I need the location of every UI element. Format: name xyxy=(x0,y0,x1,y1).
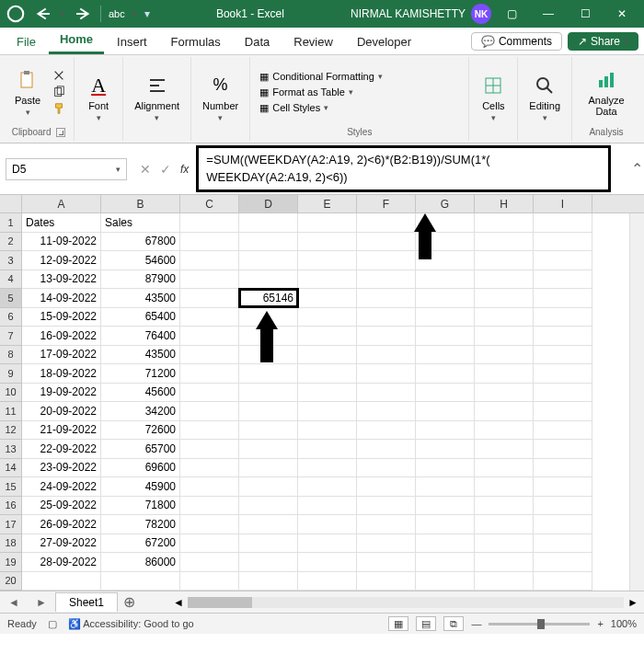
cell-G7[interactable] xyxy=(416,327,475,346)
cell-C3[interactable] xyxy=(180,251,239,270)
cell-G10[interactable] xyxy=(416,384,475,403)
cell-D19[interactable] xyxy=(239,553,298,572)
cell-I11[interactable] xyxy=(534,402,592,421)
cell-F7[interactable] xyxy=(357,327,416,346)
redo-button[interactable] xyxy=(73,4,93,24)
cell-G9[interactable] xyxy=(416,364,475,384)
cell-G18[interactable] xyxy=(416,534,475,554)
row-header-15[interactable]: 15 xyxy=(0,477,22,497)
cell-D5[interactable]: 65146 xyxy=(239,289,298,308)
cell-H10[interactable] xyxy=(475,384,534,403)
cell-F14[interactable] xyxy=(357,459,416,478)
cell-E15[interactable] xyxy=(298,477,357,497)
cell-E9[interactable] xyxy=(298,364,357,384)
cell-I15[interactable] xyxy=(534,477,592,497)
accept-formula-button[interactable]: ✓ xyxy=(160,162,171,177)
cell-D12[interactable] xyxy=(239,421,298,441)
cell-A1[interactable]: Dates xyxy=(22,213,101,233)
cell-C2[interactable] xyxy=(180,233,239,252)
editing-group-button[interactable]: Editing▾ xyxy=(523,71,566,124)
cell-E2[interactable] xyxy=(298,233,357,252)
cell-G3[interactable] xyxy=(416,251,475,270)
paste-button[interactable]: Paste▾ xyxy=(9,65,46,119)
col-header-B[interactable]: B xyxy=(101,195,180,212)
cell-H16[interactable] xyxy=(475,497,534,516)
row-header-1[interactable]: 1 xyxy=(0,213,22,233)
conditional-formatting-button[interactable]: ▦Conditional Formatting▾ xyxy=(256,70,386,84)
cell-G4[interactable] xyxy=(416,270,475,290)
cell-H20[interactable] xyxy=(475,572,534,591)
cell-A15[interactable]: 24-09-2022 xyxy=(22,477,101,497)
ribbon-display-options[interactable]: ▢ xyxy=(495,0,528,28)
cell-G12[interactable] xyxy=(416,421,475,441)
cell-F1[interactable] xyxy=(357,213,416,233)
cell-D6[interactable] xyxy=(239,308,298,327)
row-header-14[interactable]: 14 xyxy=(0,459,22,478)
cell-D10[interactable] xyxy=(239,384,298,403)
tab-insert[interactable]: Insert xyxy=(106,29,158,54)
cell-C20[interactable] xyxy=(180,572,239,591)
zoom-level[interactable]: 100% xyxy=(611,618,637,629)
sheet-nav-prev[interactable]: ◄ xyxy=(8,596,19,609)
cell-E10[interactable] xyxy=(298,384,357,403)
cancel-formula-button[interactable]: ✕ xyxy=(140,162,151,177)
tab-developer[interactable]: Developer xyxy=(346,29,422,54)
row-header-7[interactable]: 7 xyxy=(0,327,22,346)
cell-B13[interactable]: 65700 xyxy=(101,440,180,459)
zoom-out-button[interactable]: — xyxy=(471,618,481,629)
cell-C16[interactable] xyxy=(180,497,239,516)
cell-I6[interactable] xyxy=(534,308,592,327)
cell-C7[interactable] xyxy=(180,327,239,346)
cell-D16[interactable] xyxy=(239,497,298,516)
autosave-toggle[interactable] xyxy=(6,4,26,24)
cell-F15[interactable] xyxy=(357,477,416,497)
cell-E4[interactable] xyxy=(298,270,357,290)
page-layout-view-button[interactable]: ▤ xyxy=(416,616,436,631)
col-header-G[interactable]: G xyxy=(416,195,475,212)
select-all-corner[interactable] xyxy=(0,195,22,212)
vertical-scrollbar[interactable] xyxy=(629,213,644,591)
cell-G1[interactable] xyxy=(416,213,475,233)
cell-D2[interactable] xyxy=(239,233,298,252)
row-header-9[interactable]: 9 xyxy=(0,364,22,384)
cell-I7[interactable] xyxy=(534,327,592,346)
cell-D20[interactable] xyxy=(239,572,298,591)
font-group-button[interactable]: A Font▾ xyxy=(80,71,117,124)
cell-D3[interactable] xyxy=(239,251,298,270)
cell-G13[interactable] xyxy=(416,440,475,459)
cells-group-button[interactable]: Cells▾ xyxy=(475,71,512,124)
cell-E3[interactable] xyxy=(298,251,357,270)
cell-I14[interactable] xyxy=(534,459,592,478)
cell-F5[interactable] xyxy=(357,289,416,308)
cell-G17[interactable] xyxy=(416,515,475,534)
cell-H1[interactable] xyxy=(475,213,534,233)
cell-C13[interactable] xyxy=(180,440,239,459)
cell-G14[interactable] xyxy=(416,459,475,478)
cell-B9[interactable]: 71200 xyxy=(101,364,180,384)
cell-B16[interactable]: 71800 xyxy=(101,497,180,516)
cell-C17[interactable] xyxy=(180,515,239,534)
row-header-19[interactable]: 19 xyxy=(0,553,22,572)
share-button[interactable]: ↗Share▾ xyxy=(568,32,638,51)
cell-I12[interactable] xyxy=(534,421,592,441)
cell-H19[interactable] xyxy=(475,553,534,572)
row-header-3[interactable]: 3 xyxy=(0,251,22,270)
cell-I4[interactable] xyxy=(534,270,592,290)
cell-C10[interactable] xyxy=(180,384,239,403)
cell-B1[interactable]: Sales xyxy=(101,213,180,233)
cell-G16[interactable] xyxy=(416,497,475,516)
accessibility-status[interactable]: ♿ Accessibility: Good to go xyxy=(68,618,194,630)
cell-G5[interactable] xyxy=(416,289,475,308)
row-header-13[interactable]: 13 xyxy=(0,440,22,459)
cell-B17[interactable]: 78200 xyxy=(101,515,180,534)
cell-I13[interactable] xyxy=(534,440,592,459)
expand-formula-bar[interactable]: ⌃ xyxy=(629,160,644,178)
tab-home[interactable]: Home xyxy=(49,27,104,54)
cell-I17[interactable] xyxy=(534,515,592,534)
cut-button[interactable] xyxy=(50,68,68,83)
cell-G2[interactable] xyxy=(416,233,475,252)
cell-F10[interactable] xyxy=(357,384,416,403)
cell-H13[interactable] xyxy=(475,440,534,459)
cell-A6[interactable]: 15-09-2022 xyxy=(22,308,101,327)
cell-E14[interactable] xyxy=(298,459,357,478)
